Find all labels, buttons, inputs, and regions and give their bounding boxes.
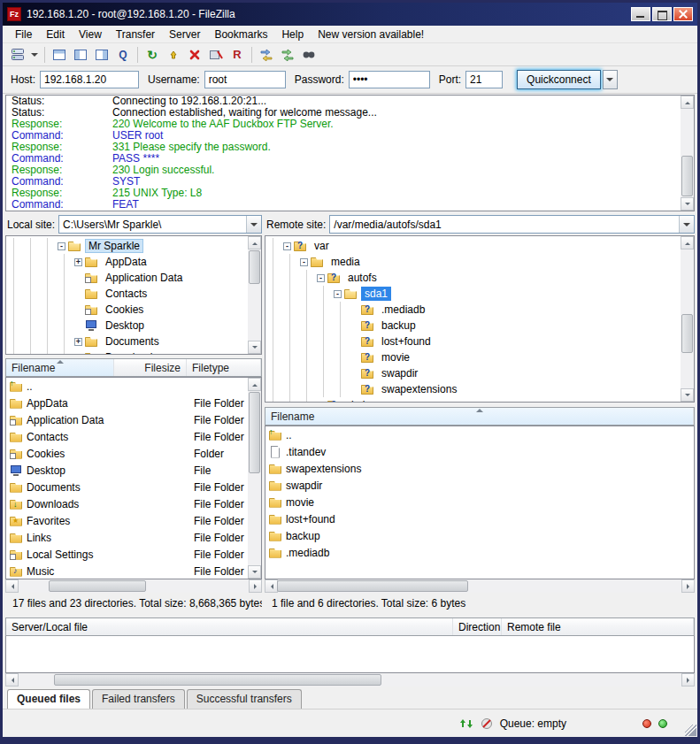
scroll-right-icon[interactable] xyxy=(249,579,262,593)
tree-expander-icon[interactable]: + xyxy=(74,338,82,346)
site-manager-button[interactable] xyxy=(7,45,28,65)
tree-item[interactable]: + dvd xyxy=(265,397,694,403)
minimize-button[interactable] xyxy=(631,7,650,21)
local-tree-scrollbar[interactable] xyxy=(248,236,261,354)
close-button[interactable] xyxy=(673,7,693,21)
log-scrollbar-thumb[interactable] xyxy=(681,156,693,196)
file-row[interactable]: backup xyxy=(265,527,694,544)
file-row[interactable]: Downloads File Folder xyxy=(6,495,261,512)
tree-expander-icon[interactable]: - xyxy=(283,242,291,250)
remote-tree-scrollbar[interactable] xyxy=(681,236,694,402)
file-row[interactable]: Local Settings File Folder xyxy=(6,546,261,563)
resize-grip[interactable] xyxy=(685,725,696,736)
tree-expander-icon[interactable]: + xyxy=(74,258,82,266)
queue-hscrollbar[interactable] xyxy=(5,673,695,686)
tree-item[interactable]: swapextensions xyxy=(265,381,694,397)
scroll-right-icon[interactable] xyxy=(681,673,695,686)
file-row[interactable]: swapextensions xyxy=(265,460,694,477)
title-bar[interactable]: Fz 192.168.1.20 - root@192.168.1.20 - Fi… xyxy=(3,3,697,26)
file-row[interactable]: Documents File Folder xyxy=(6,479,261,495)
tree-item[interactable]: - autofs xyxy=(265,270,694,286)
menu-item[interactable]: Server xyxy=(162,27,207,42)
scroll-left-icon[interactable] xyxy=(5,673,19,686)
local-tree-scrollbar-thumb[interactable] xyxy=(249,250,260,284)
queue-tab[interactable]: Failed transfers xyxy=(92,689,185,709)
refresh-button[interactable]: ↻ xyxy=(142,45,163,65)
remote-list-hscrollbar[interactable] xyxy=(265,579,695,593)
quickconnect-dropdown-button[interactable] xyxy=(603,70,618,89)
file-row[interactable]: .mediadb xyxy=(265,544,694,561)
file-row[interactable]: swapdir xyxy=(265,477,694,494)
scroll-down-icon[interactable] xyxy=(248,341,261,354)
local-site-combo[interactable] xyxy=(58,215,262,234)
local-site-input[interactable] xyxy=(59,216,261,233)
column-header-filetype[interactable]: Filetype xyxy=(187,359,261,376)
reconnect-button[interactable]: R xyxy=(227,45,248,65)
scroll-left-icon[interactable] xyxy=(265,579,278,593)
tree-expander-icon[interactable]: + xyxy=(74,354,82,356)
tree-item[interactable]: - Mr Sparkle xyxy=(6,238,261,254)
column-header-direction[interactable]: Direction xyxy=(453,618,502,635)
tree-expander-icon[interactable]: - xyxy=(300,258,308,266)
file-row[interactable]: lost+found xyxy=(265,510,694,527)
log-scrollbar[interactable] xyxy=(681,96,694,211)
file-row[interactable]: .titandev xyxy=(265,443,694,460)
hscrollbar-thumb[interactable] xyxy=(49,580,146,592)
scroll-down-icon[interactable] xyxy=(681,388,694,402)
toggle-queue-button[interactable]: Q xyxy=(112,45,134,65)
tree-item[interactable]: - sda1 xyxy=(265,286,694,302)
quickconnect-button[interactable]: Quickconnect xyxy=(517,70,601,89)
menu-item[interactable]: Bookmarks xyxy=(207,27,274,42)
menu-item[interactable]: File xyxy=(8,27,39,42)
tree-item[interactable]: + Downloads xyxy=(6,349,261,355)
menu-item[interactable]: Edit xyxy=(39,27,72,42)
remote-site-input[interactable] xyxy=(330,216,694,233)
menu-item[interactable]: View xyxy=(72,27,109,42)
toggle-message-log-button[interactable] xyxy=(49,45,70,65)
process-queue-button[interactable] xyxy=(163,45,184,65)
maximize-button[interactable] xyxy=(652,7,672,21)
username-input[interactable] xyxy=(204,71,286,88)
scroll-right-icon[interactable] xyxy=(681,579,695,593)
remote-site-combo[interactable] xyxy=(329,215,695,234)
scroll-up-icon[interactable] xyxy=(681,236,694,249)
scroll-down-icon[interactable] xyxy=(681,197,694,211)
tree-item[interactable]: - var xyxy=(265,238,694,254)
disconnect-button[interactable] xyxy=(205,45,227,65)
synchronized-browsing-button[interactable] xyxy=(277,45,298,65)
local-list-hscrollbar[interactable] xyxy=(5,579,262,593)
tree-item[interactable]: Desktop xyxy=(6,318,261,334)
transfer-queue-list[interactable] xyxy=(5,636,695,673)
tree-item[interactable]: + AppData xyxy=(6,254,261,270)
scroll-up-icon[interactable] xyxy=(248,236,261,249)
tree-expander-icon[interactable]: - xyxy=(317,274,325,282)
tree-item[interactable]: movie xyxy=(265,349,694,365)
tree-item[interactable]: lost+found xyxy=(265,334,694,349)
file-row[interactable]: movie xyxy=(265,494,694,510)
menu-item[interactable]: Help xyxy=(274,27,311,42)
queue-tab[interactable]: Queued files xyxy=(7,689,90,709)
column-header-remote-file[interactable]: Remote file xyxy=(502,618,694,635)
tree-expander-icon[interactable]: + xyxy=(317,402,325,403)
scroll-up-icon[interactable] xyxy=(248,378,261,391)
file-row[interactable]: .. xyxy=(265,426,694,443)
scroll-up-icon[interactable] xyxy=(681,96,694,109)
tree-item[interactable]: + Documents xyxy=(6,334,261,349)
file-row[interactable]: .. xyxy=(6,378,261,395)
remote-tree-scrollbar-thumb[interactable] xyxy=(681,314,693,353)
tree-item[interactable]: Application Data xyxy=(6,270,261,286)
column-header-filename[interactable]: Filename xyxy=(6,359,114,376)
compare-directories-button[interactable] xyxy=(256,45,277,65)
tree-item[interactable]: swapdir xyxy=(265,365,694,381)
find-files-button[interactable] xyxy=(298,45,319,65)
file-row[interactable]: Desktop File xyxy=(6,462,261,479)
column-header-filename[interactable]: Filename xyxy=(265,408,694,425)
combo-dropdown-button[interactable] xyxy=(679,216,694,233)
tree-item[interactable]: - media xyxy=(265,254,694,270)
queue-tab[interactable]: Successful transfers xyxy=(187,689,302,709)
host-input[interactable] xyxy=(40,71,139,88)
file-row[interactable]: Music File Folder xyxy=(6,563,261,579)
combo-dropdown-button[interactable] xyxy=(246,216,261,233)
file-row[interactable]: Application Data File Folder xyxy=(6,411,261,428)
toggle-local-tree-button[interactable] xyxy=(70,45,91,65)
